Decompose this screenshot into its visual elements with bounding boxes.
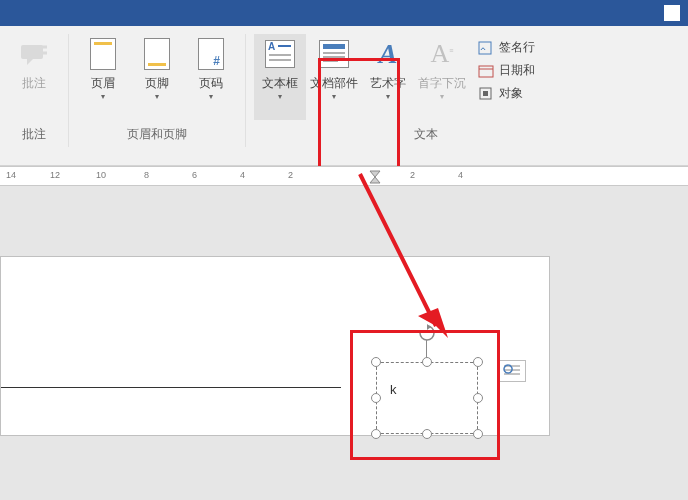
resize-handle-bm[interactable]: [422, 429, 432, 439]
quickparts-label: 文档部件: [310, 76, 358, 90]
ruler-tick: 10: [96, 170, 106, 180]
ribbon: 批注 批注 页眉 ▾ 页脚 ▾ # 页码 ▾ 页眉和页脚: [0, 26, 688, 166]
header-icon: [87, 38, 119, 70]
pagenum-button[interactable]: # 页码 ▾: [185, 34, 237, 120]
svg-marker-10: [427, 324, 431, 330]
pagenum-label: 页码: [199, 76, 223, 90]
svg-rect-7: [483, 91, 488, 96]
ruler-tick: 14: [6, 170, 16, 180]
wordart-label: 艺术字: [370, 76, 406, 90]
ruler-tick: 4: [458, 170, 463, 180]
svg-rect-3: [479, 42, 491, 54]
chevron-down-icon: ▾: [440, 92, 444, 101]
textbox-label: 文本框: [262, 76, 298, 90]
resize-handle-tr[interactable]: [473, 357, 483, 367]
svg-marker-8: [370, 171, 380, 177]
resize-handle-bl[interactable]: [371, 429, 381, 439]
group-headerfooter-label: 页眉和页脚: [127, 126, 187, 143]
text-small-items: 签名行 日期和 对象: [470, 34, 537, 120]
document-area[interactable]: [0, 186, 688, 500]
layout-options-button[interactable]: [498, 360, 526, 382]
resize-handle-tl[interactable]: [371, 357, 381, 367]
indent-marker-icon[interactable]: [368, 167, 382, 186]
dropcap-label: 首字下沉: [418, 76, 466, 90]
ruler-tick: 12: [50, 170, 60, 180]
signature-icon: [478, 40, 494, 56]
dropcap-icon: A≡: [426, 38, 458, 70]
text-cursor: k: [390, 382, 397, 397]
footer-label: 页脚: [145, 76, 169, 90]
datetime-button[interactable]: 日期和: [476, 61, 537, 80]
object-label: 对象: [499, 85, 523, 102]
textbox-border: [376, 362, 478, 434]
object-button[interactable]: 对象: [476, 84, 537, 103]
group-text: A 文本框 ▾ 文档部: [246, 34, 545, 147]
ruler-tick: 2: [410, 170, 415, 180]
header-button[interactable]: 页眉 ▾: [77, 34, 129, 120]
dropcap-button[interactable]: A≡ 首字下沉 ▾: [416, 34, 468, 120]
chevron-down-icon: ▾: [101, 92, 105, 101]
quickparts-button[interactable]: 文档部件 ▾: [308, 34, 360, 120]
footer-icon: [141, 38, 173, 70]
comment-button[interactable]: 批注: [8, 34, 60, 120]
svg-marker-9: [370, 177, 380, 183]
svg-rect-4: [479, 66, 493, 77]
chevron-down-icon: ▾: [278, 92, 282, 101]
ruler-tick: 6: [192, 170, 197, 180]
textbox-icon: A: [264, 38, 296, 70]
signature-label: 签名行: [499, 39, 535, 56]
pagenum-icon: #: [195, 38, 227, 70]
chevron-down-icon: ▾: [332, 92, 336, 101]
rotate-stem: [426, 340, 427, 358]
wordart-icon: A: [372, 38, 404, 70]
wordart-button[interactable]: A 艺术字 ▾: [362, 34, 414, 120]
group-text-label: 文本: [414, 126, 438, 143]
rotate-handle-icon[interactable]: [418, 324, 436, 342]
chevron-down-icon: ▾: [155, 92, 159, 101]
group-comments: 批注 批注: [0, 34, 69, 147]
horizontal-line: [1, 387, 341, 388]
textbox-button[interactable]: A 文本框 ▾: [254, 34, 306, 120]
signature-button[interactable]: 签名行: [476, 38, 537, 57]
horizontal-ruler[interactable]: 14 12 10 8 6 4 2 2 4: [0, 166, 688, 186]
window-control-icon[interactable]: [664, 5, 680, 21]
comment-label: 批注: [22, 76, 46, 90]
inserted-textbox[interactable]: k: [368, 354, 486, 442]
chevron-down-icon: ▾: [386, 92, 390, 101]
datetime-label: 日期和: [499, 62, 535, 79]
ruler-tick: 2: [288, 170, 293, 180]
ruler-tick: 8: [144, 170, 149, 180]
resize-handle-mr[interactable]: [473, 393, 483, 403]
object-icon: [478, 86, 494, 102]
header-label: 页眉: [91, 76, 115, 90]
resize-handle-tm[interactable]: [422, 357, 432, 367]
resize-handle-br[interactable]: [473, 429, 483, 439]
resize-handle-ml[interactable]: [371, 393, 381, 403]
comment-icon: [18, 38, 50, 70]
ruler-tick: 4: [240, 170, 245, 180]
quickparts-icon: [318, 38, 350, 70]
chevron-down-icon: ▾: [209, 92, 213, 101]
group-comments-label: 批注: [22, 126, 46, 143]
title-bar: [0, 0, 688, 26]
group-headerfooter: 页眉 ▾ 页脚 ▾ # 页码 ▾ 页眉和页脚: [69, 34, 246, 147]
footer-button[interactable]: 页脚 ▾: [131, 34, 183, 120]
datetime-icon: [478, 63, 494, 79]
